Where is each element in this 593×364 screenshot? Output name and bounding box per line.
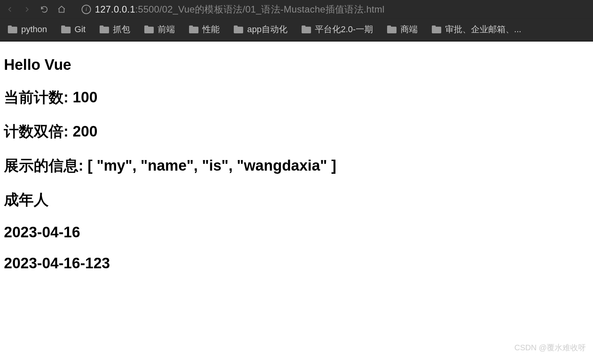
- folder-icon: [234, 25, 243, 33]
- bookmark-label: 商端: [400, 24, 418, 35]
- page-content: Hello Vue 当前计数: 100 计数双倍: 200 展示的信息: [ "…: [0, 42, 593, 289]
- bookmark-item-shangduan[interactable]: 商端: [387, 24, 418, 35]
- nav-bar: i 127.0.0.1:5500/02_Vue的模板语法/01_语法-Musta…: [0, 0, 593, 19]
- bookmark-label: 前端: [158, 24, 175, 35]
- bookmark-label: 性能: [202, 24, 220, 35]
- url-host: 127.0.0.1: [95, 4, 135, 15]
- bookmark-item-shenpi[interactable]: 审批、企业邮箱、...: [432, 24, 521, 35]
- bookmark-item-zhuabao[interactable]: 抓包: [100, 24, 130, 35]
- folder-icon: [432, 25, 441, 33]
- site-info-icon[interactable]: i: [82, 5, 91, 14]
- bookmark-item-git[interactable]: Git: [61, 24, 85, 35]
- forward-icon[interactable]: [22, 4, 32, 15]
- bookmark-label: 抓包: [113, 24, 130, 35]
- bookmark-label: Git: [75, 24, 85, 35]
- folder-icon: [100, 25, 109, 33]
- heading-info: 展示的信息: [ "my", "name", "is", "wangdaxia"…: [4, 156, 589, 176]
- home-icon[interactable]: [56, 4, 67, 15]
- heading-date2: 2023-04-16-123: [4, 255, 589, 272]
- heading-hello: Hello Vue: [4, 56, 589, 73]
- folder-icon: [8, 25, 17, 33]
- bookmark-label: 平台化2.0-一期: [315, 24, 373, 35]
- heading-double: 计数双倍: 200: [4, 122, 589, 142]
- bookmark-label: app自动化: [247, 24, 287, 35]
- bookmark-item-pingtai[interactable]: 平台化2.0-一期: [302, 24, 373, 35]
- bookmark-item-xingneng[interactable]: 性能: [189, 24, 220, 35]
- bookmark-item-qianduan[interactable]: 前端: [144, 24, 175, 35]
- heading-adult: 成年人: [4, 190, 589, 210]
- folder-icon: [387, 25, 397, 33]
- folder-icon: [61, 25, 71, 33]
- bookmark-item-python[interactable]: python: [8, 24, 47, 35]
- bookmark-item-app[interactable]: app自动化: [234, 24, 287, 35]
- address-bar[interactable]: i 127.0.0.1:5500/02_Vue的模板语法/01_语法-Musta…: [74, 3, 588, 16]
- heading-counter: 当前计数: 100: [4, 87, 589, 107]
- bookmark-label: python: [21, 24, 47, 35]
- bookmark-label: 审批、企业邮箱、...: [445, 24, 521, 35]
- reload-icon[interactable]: [39, 4, 49, 15]
- browser-chrome: i 127.0.0.1:5500/02_Vue的模板语法/01_语法-Musta…: [0, 0, 593, 42]
- bookmarks-bar: python Git 抓包 前端 性能 app自动化 平台化2.0-一期 商端: [0, 19, 593, 42]
- url-text: 127.0.0.1:5500/02_Vue的模板语法/01_语法-Mustach…: [95, 3, 384, 16]
- folder-icon: [144, 25, 154, 33]
- back-icon[interactable]: [5, 4, 15, 15]
- url-path: :5500/02_Vue的模板语法/01_语法-Mustache插值语法.htm…: [135, 4, 385, 15]
- folder-icon: [302, 25, 311, 33]
- heading-date1: 2023-04-16: [4, 224, 589, 241]
- folder-icon: [189, 25, 198, 33]
